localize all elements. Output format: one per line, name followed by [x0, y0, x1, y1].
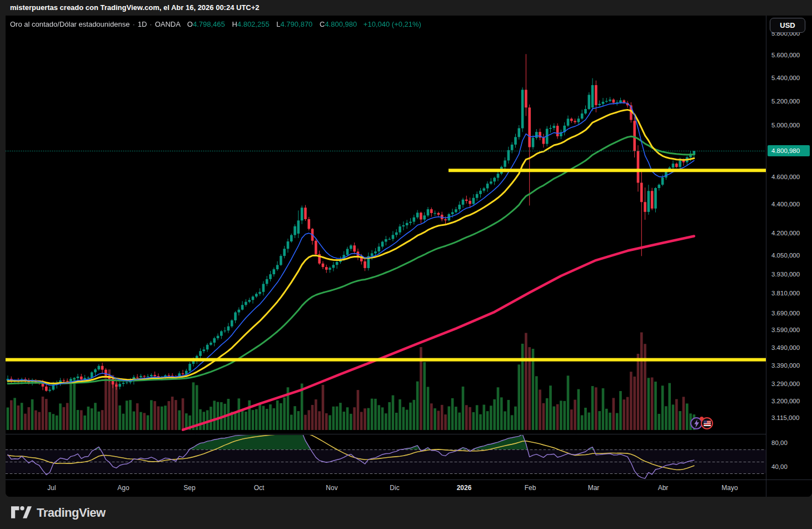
time-axis-label: Oct — [254, 484, 265, 492]
low-label: L — [276, 20, 280, 28]
legend-separator: · — [150, 20, 152, 28]
price-axis-label: 3.590,000 — [771, 327, 800, 333]
rsi-axis-label: 40,00 — [771, 463, 788, 470]
time-axis-label: Jul — [47, 484, 56, 492]
close-value: 4.800,980 — [325, 20, 357, 28]
price-axis-label: 5.200,000 — [771, 98, 800, 105]
time-axis-label: Dic — [390, 484, 399, 492]
price-axis-label: 3.290,000 — [771, 380, 800, 387]
watermark-bar: misterpuertas creado con TradingView.com… — [0, 0, 812, 16]
time-axis-label: 2026 — [457, 484, 472, 492]
tradingview-logo[interactable]: TradingView — [11, 506, 106, 520]
price-axis-label: 3.200,000 — [771, 398, 800, 404]
currency-toggle-button[interactable]: USD — [770, 18, 805, 33]
time-axis-label: Mar — [588, 484, 600, 492]
time-axis-label: Feb — [525, 484, 536, 492]
close-label: C — [320, 20, 325, 28]
price-axis-label: 3.810,000 — [771, 290, 800, 296]
time-axis-label: Sep — [183, 484, 195, 492]
high-value: 4.802,255 — [237, 20, 270, 28]
change-value: +10,040 (+0,21%) — [363, 20, 421, 28]
time-axis-label: Mayo — [721, 484, 738, 492]
symbol-legend[interactable]: Oro al contado/Dólar estadounidense·1D·O… — [10, 20, 421, 28]
symbol-title: Oro al contado/Dólar estadounidense — [10, 20, 129, 28]
open-label: O — [187, 20, 193, 28]
price-axis-label: 3.930,000 — [771, 271, 800, 278]
price-chart-canvas[interactable] — [6, 16, 766, 479]
price-axis-label: 3.115,000 — [771, 414, 799, 421]
price-axis-label: 4.050,000 — [771, 252, 800, 259]
tradingview-snapshot: { "header": { "watermark": "misterpuerta… — [0, 0, 812, 529]
time-axis-divider — [6, 479, 812, 480]
price-axis-label: 3.690,000 — [771, 310, 800, 317]
price-axis-label: 5.000,000 — [771, 122, 800, 128]
price-axis-label: 4.400,000 — [771, 201, 800, 207]
event-alert-dot — [700, 417, 704, 421]
price-axis-label: 3.390,000 — [771, 362, 800, 369]
chart-container: Oro al contado/Dólar estadounidense·1D·O… — [6, 16, 812, 497]
price-axis-label: 3.490,000 — [771, 344, 800, 351]
watermark-text: misterpuertas creado con TradingView.com… — [10, 3, 260, 12]
time-axis-label: Ago — [117, 484, 129, 492]
time-axis-label: Abr — [658, 484, 669, 492]
us-flag-icon — [704, 421, 711, 426]
high-label: H — [232, 20, 237, 28]
interval-label: 1D — [138, 20, 147, 28]
tradingview-logo-icon — [11, 506, 32, 520]
last-price-badge: 4.800,980 — [768, 145, 810, 156]
price-axis-label: 4.600,000 — [771, 174, 800, 180]
price-axis-label: 5.400,000 — [771, 75, 800, 81]
legend-separator: · — [132, 20, 134, 28]
footer-bar: TradingView — [0, 497, 812, 529]
tradingview-logo-text: TradingView — [37, 506, 106, 520]
time-axis[interactable]: JulAgoSepOctNovDic2026FebMarAbrMayo — [6, 479, 766, 497]
open-value: 4.798,465 — [193, 20, 225, 28]
price-axis-label: 5.600,000 — [771, 52, 800, 58]
low-value: 4.790,870 — [281, 20, 313, 28]
exchange-label: OANDA — [155, 20, 181, 28]
lightning-icon — [694, 419, 700, 428]
price-axis[interactable]: USD 4.800,980 5.800,0005.600,0005.400,00… — [766, 16, 812, 497]
price-axis-label: 4.200,000 — [771, 230, 800, 236]
rsi-axis-label: 80,00 — [771, 439, 788, 446]
time-axis-label: Nov — [326, 484, 337, 492]
